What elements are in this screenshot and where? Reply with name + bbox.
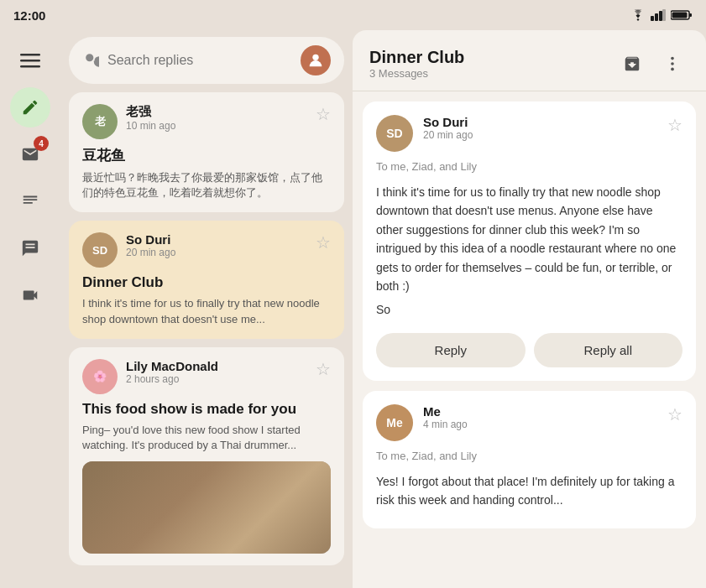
sidebar-chat[interactable] bbox=[10, 228, 50, 268]
user-avatar[interactable] bbox=[301, 45, 331, 75]
email-sender-name: Me bbox=[423, 404, 657, 419]
message-subject: Dinner Club bbox=[82, 274, 331, 291]
email-sender-avatar: Me bbox=[376, 404, 413, 441]
sender-info: So Duri 20 min ago bbox=[126, 232, 307, 258]
more-button[interactable] bbox=[656, 47, 689, 81]
star-button[interactable]: ☆ bbox=[316, 232, 331, 252]
reply-actions: Reply Reply all bbox=[376, 333, 682, 367]
message-subject: 豆花鱼 bbox=[82, 146, 331, 165]
signal-icon bbox=[651, 9, 666, 21]
email-recipients: To me, Ziad, and Lily bbox=[376, 450, 682, 462]
sidebar-meet[interactable] bbox=[10, 275, 50, 315]
svg-rect-0 bbox=[651, 16, 654, 21]
sender-name: So Duri bbox=[126, 232, 307, 247]
status-time: 12:00 bbox=[13, 8, 45, 23]
svg-rect-1 bbox=[655, 13, 658, 21]
email-star-button[interactable]: ☆ bbox=[667, 115, 682, 135]
message-card[interactable]: SD So Duri 20 min ago ☆ Dinner Club I th… bbox=[69, 221, 344, 338]
svg-rect-7 bbox=[20, 54, 40, 56]
sender-name: 老强 bbox=[126, 104, 307, 120]
email-msg-header: Me Me 4 min ago ☆ bbox=[376, 404, 682, 441]
sender-avatar: 🌸 bbox=[82, 359, 118, 394]
email-sender-time: 20 min ago bbox=[423, 129, 657, 141]
sender-info: 老强 10 min ago bbox=[126, 104, 307, 132]
sender-time: 20 min ago bbox=[126, 247, 307, 258]
search-bar bbox=[69, 37, 344, 84]
status-icons bbox=[630, 9, 693, 21]
svg-rect-8 bbox=[20, 60, 40, 62]
detail-title: Dinner Club bbox=[369, 48, 464, 67]
svg-rect-2 bbox=[659, 11, 662, 21]
reply-all-button[interactable]: Reply all bbox=[534, 333, 683, 367]
email-body: I think it's time for us to finally try … bbox=[376, 183, 682, 320]
sender-time: 2 hours ago bbox=[126, 373, 307, 385]
email-message: SD So Duri 20 min ago ☆ To me, Ziad, and… bbox=[363, 101, 696, 381]
email-body: Yes! I forgot about that place! I'm defi… bbox=[376, 472, 682, 510]
star-button[interactable]: ☆ bbox=[316, 104, 331, 124]
search-icon bbox=[82, 50, 99, 71]
svg-rect-6 bbox=[672, 13, 688, 18]
search-input[interactable] bbox=[107, 53, 292, 68]
email-sender-avatar: SD bbox=[376, 115, 413, 152]
sender-name: Lily MacDonald bbox=[126, 359, 307, 373]
sidebar-menu[interactable] bbox=[10, 40, 50, 81]
message-card[interactable]: 老 老强 10 min ago ☆ 豆花鱼 最近忙吗？昨晚我去了你最爱的那家饭馆… bbox=[69, 92, 344, 212]
sidebar: 4 bbox=[0, 30, 60, 588]
message-preview: Ping– you'd love this new food show I st… bbox=[82, 423, 331, 453]
email-sender-name: So Duri bbox=[423, 115, 657, 129]
wifi-icon bbox=[630, 9, 646, 21]
email-message: Me Me 4 min ago ☆ To me, Ziad, and Lily … bbox=[363, 391, 696, 528]
reply-button[interactable]: Reply bbox=[376, 333, 526, 367]
star-button[interactable]: ☆ bbox=[316, 359, 331, 379]
detail-panel: Dinner Club 3 Messages SD bbox=[353, 30, 706, 588]
sidebar-mail[interactable]: 4 bbox=[10, 134, 50, 174]
svg-rect-3 bbox=[662, 9, 666, 21]
sender-avatar: 老 bbox=[82, 104, 118, 139]
detail-title-group: Dinner Club 3 Messages bbox=[369, 48, 464, 80]
svg-point-10 bbox=[312, 55, 318, 60]
svg-point-11 bbox=[671, 57, 674, 60]
email-sender-info: So Duri 20 min ago bbox=[423, 115, 657, 141]
archive-button[interactable] bbox=[615, 47, 649, 81]
message-preview: 最近忙吗？昨晚我去了你最爱的那家饭馆，点了他们的特色豆花鱼，吃着吃着就想你了。 bbox=[82, 170, 331, 200]
email-msg-header: SD So Duri 20 min ago ☆ bbox=[376, 115, 682, 152]
detail-subtitle: 3 Messages bbox=[369, 67, 464, 80]
message-preview: I think it's time for us to finally try … bbox=[82, 296, 331, 326]
message-list: 老 老强 10 min ago ☆ 豆花鱼 最近忙吗？昨晚我去了你最爱的那家饭馆… bbox=[69, 92, 344, 565]
email-star-button[interactable]: ☆ bbox=[667, 404, 682, 424]
sidebar-notes[interactable] bbox=[10, 181, 50, 221]
detail-actions bbox=[615, 47, 689, 81]
status-bar: 12:00 bbox=[0, 0, 706, 30]
message-subject: This food show is made for you bbox=[82, 401, 331, 418]
email-sender-info: Me 4 min ago bbox=[423, 404, 657, 430]
sender-time: 10 min ago bbox=[126, 120, 307, 132]
email-recipients: To me, Ziad, and Lily bbox=[376, 160, 682, 173]
message-list-panel: 老 老强 10 min ago ☆ 豆花鱼 最近忙吗？昨晚我去了你最爱的那家饭馆… bbox=[60, 30, 353, 588]
sidebar-compose[interactable] bbox=[10, 87, 50, 127]
thread-messages: SD So Duri 20 min ago ☆ To me, Ziad, and… bbox=[353, 101, 706, 528]
svg-rect-9 bbox=[20, 65, 40, 68]
detail-header: Dinner Club 3 Messages bbox=[353, 30, 706, 91]
svg-point-13 bbox=[671, 68, 674, 71]
sender-info: Lily MacDonald 2 hours ago bbox=[126, 359, 307, 385]
svg-rect-5 bbox=[689, 13, 692, 17]
svg-point-12 bbox=[671, 62, 674, 65]
email-sender-time: 4 min ago bbox=[423, 419, 657, 430]
sender-avatar: SD bbox=[82, 232, 118, 268]
battery-icon bbox=[671, 9, 693, 21]
mail-badge-count: 4 bbox=[34, 136, 49, 151]
message-card[interactable]: 🌸 Lily MacDonald 2 hours ago ☆ This food… bbox=[69, 347, 344, 565]
message-image bbox=[82, 461, 331, 554]
